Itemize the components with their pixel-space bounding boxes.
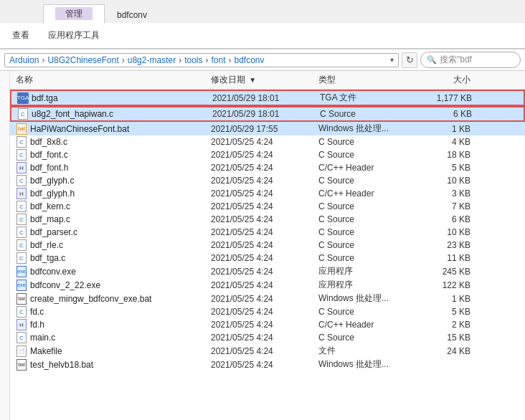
file-name-cell: C bdf_font.c xyxy=(10,149,211,161)
table-row[interactable]: C fd.c 2021/05/25 4:24 C Source 5 KB xyxy=(10,305,525,318)
table-row[interactable]: H fd.h 2021/05/25 4:24 C/C++ Header 2 KB xyxy=(10,318,525,331)
table-row[interactable]: 📄 Makefile 2021/05/25 4:24 文件 24 KB xyxy=(10,344,525,358)
file-type: C Source xyxy=(320,109,420,119)
file-icon: C xyxy=(16,332,27,343)
file-name-cell: bat HaPiWanChineseFont.bat xyxy=(10,123,211,135)
file-date: 2021/05/29 18:01 xyxy=(212,93,320,103)
file-size: 1 KB xyxy=(419,294,476,304)
path-bdfconv[interactable]: bdfconv xyxy=(235,55,265,65)
file-date: 2021/05/25 4:24 xyxy=(211,360,318,370)
table-row[interactable]: C main.c 2021/05/25 4:24 C Source 15 KB xyxy=(10,331,525,344)
file-size: 1,177 KB xyxy=(420,93,478,103)
address-bar: Arduion › U8G2ChineseFont › u8g2-master … xyxy=(0,49,525,71)
tab-manage[interactable]: 管理 xyxy=(43,4,105,24)
file-icon: C xyxy=(16,214,27,225)
file-name-cell: C bdf_kern.c xyxy=(10,201,211,212)
table-row[interactable]: C bdf_8x8.c 2021/05/25 4:24 C Source 4 K… xyxy=(10,135,525,148)
file-name-cell: H fd.h xyxy=(10,319,211,330)
main-area: 名称 修改日期 ▼ 类型 大小 TGA bdf.tga 2021/05/29 1… xyxy=(0,71,525,420)
file-name: u8g2_font_hapiwan.c xyxy=(32,109,113,119)
file-type: C Source xyxy=(318,137,419,147)
file-date: 2021/05/25 4:24 xyxy=(211,346,318,356)
file-icon: C xyxy=(16,136,27,148)
file-date: 2021/05/25 4:24 xyxy=(211,188,318,199)
file-icon: TGA xyxy=(17,92,29,104)
file-size: 245 KB xyxy=(419,267,476,277)
file-name-cell: exe bdfconv.exe xyxy=(10,266,211,277)
file-size: 11 KB xyxy=(419,253,476,263)
path-u8g2[interactable]: U8G2ChineseFont xyxy=(47,55,118,65)
table-row[interactable]: C bdf_tga.c 2021/05/25 4:24 C Source 11 … xyxy=(10,252,525,264)
file-date: 2021/05/25 4:24 xyxy=(211,214,318,224)
file-icon: C xyxy=(16,239,27,251)
apptool-btn[interactable]: 应用程序工具 xyxy=(42,27,106,44)
file-size: 5 KB xyxy=(419,307,476,317)
col-header-type[interactable]: 类型 xyxy=(318,74,419,86)
file-name-cell: C fd.c xyxy=(10,306,211,318)
file-name: create_mingw_bdfconv_exe.bat xyxy=(30,294,151,304)
file-name-cell: H bdf_glyph.h xyxy=(10,188,211,199)
file-name: HaPiWanChineseFont.bat xyxy=(30,124,129,134)
file-icon: bat xyxy=(16,359,27,371)
file-date: 2021/05/25 4:24 xyxy=(211,333,318,343)
file-name: bdf_glyph.c xyxy=(30,176,74,186)
table-row[interactable]: C bdf_font.c 2021/05/25 4:24 C Source 18… xyxy=(10,148,525,161)
file-type: Windows 批处理... xyxy=(318,292,419,305)
file-size: 3 KB xyxy=(419,188,476,199)
path-font[interactable]: font xyxy=(212,55,226,65)
file-type: Windows 批处理... xyxy=(318,123,419,135)
search-box[interactable]: 🔍 搜索"bdf xyxy=(420,52,521,68)
table-row[interactable]: C bdf_parser.c 2021/05/25 4:24 C Source … xyxy=(10,226,525,239)
file-name: bdf_map.c xyxy=(30,214,70,224)
path-arduion[interactable]: Arduion xyxy=(9,55,39,65)
table-row[interactable]: C bdf_glyph.c 2021/05/25 4:24 C Source 1… xyxy=(10,174,525,187)
file-date: 2021/05/25 4:24 xyxy=(211,201,318,211)
file-name: main.c xyxy=(30,333,55,343)
view-btn[interactable]: 查看 xyxy=(6,27,36,44)
table-row[interactable]: H bdf_font.h 2021/05/25 4:24 C/C++ Heade… xyxy=(10,161,525,174)
file-type: Windows 批处理... xyxy=(318,358,419,371)
file-date: 2021/05/25 4:24 xyxy=(211,150,318,160)
path-tools[interactable]: tools xyxy=(184,55,202,65)
table-row[interactable]: exe bdfconv.exe 2021/05/25 4:24 应用程序 245… xyxy=(10,264,525,278)
file-icon: C xyxy=(17,108,29,120)
col-header-size[interactable]: 大小 xyxy=(419,74,476,86)
file-icon: H xyxy=(16,319,27,330)
file-name-cell: H bdf_font.h xyxy=(10,162,211,173)
table-row[interactable]: H bdf_glyph.h 2021/05/25 4:24 C/C++ Head… xyxy=(10,187,525,200)
refresh-button[interactable]: ↻ xyxy=(402,52,417,68)
file-date: 2021/05/29 18:01 xyxy=(212,109,320,119)
table-row[interactable]: C bdf_kern.c 2021/05/25 4:24 C Source 7 … xyxy=(10,200,525,213)
file-type: C/C++ Header xyxy=(318,320,419,330)
ribbon: 管理 bdfconv 查看 应用程序工具 xyxy=(0,0,525,49)
address-path[interactable]: Arduion › U8G2ChineseFont › u8g2-master … xyxy=(4,53,399,67)
table-row[interactable]: C bdf_map.c 2021/05/25 4:24 C Source 6 K… xyxy=(10,213,525,226)
file-icon: bat xyxy=(16,293,27,305)
file-icon: C xyxy=(16,226,27,238)
file-date: 2021/05/25 4:24 xyxy=(211,137,318,147)
file-size: 122 KB xyxy=(419,280,476,290)
dropdown-arrow-icon: ▾ xyxy=(390,56,394,64)
file-name: bdf_kern.c xyxy=(30,201,70,211)
table-row[interactable]: C u8g2_font_hapiwan.c 2021/05/29 18:01 C… xyxy=(10,106,525,122)
file-size: 2 KB xyxy=(419,320,476,330)
file-type: C Source xyxy=(318,240,419,250)
file-size: 18 KB xyxy=(419,150,476,160)
col-header-date[interactable]: 修改日期 ▼ xyxy=(211,74,318,86)
table-row[interactable]: exe bdfconv_2_22.exe 2021/05/25 4:24 应用程… xyxy=(10,278,525,292)
table-row[interactable]: TGA bdf.tga 2021/05/29 18:01 TGA 文件 1,17… xyxy=(10,90,525,106)
table-row[interactable]: bat test_helvb18.bat 2021/05/25 4:24 Win… xyxy=(10,358,525,371)
file-icon: C xyxy=(16,252,27,264)
file-list[interactable]: 名称 修改日期 ▼ 类型 大小 TGA bdf.tga 2021/05/29 1… xyxy=(10,71,525,420)
path-u8g2master[interactable]: u8g2-master xyxy=(128,55,176,65)
file-name-cell: C bdf_map.c xyxy=(10,214,211,225)
table-row[interactable]: bat HaPiWanChineseFont.bat 2021/05/29 17… xyxy=(10,122,525,135)
file-date: 2021/05/25 4:24 xyxy=(211,267,318,277)
file-name: bdfconv.exe xyxy=(30,267,76,277)
table-row[interactable]: C bdf_rle.c 2021/05/25 4:24 C Source 23 … xyxy=(10,239,525,252)
col-header-name[interactable]: 名称 xyxy=(10,74,211,86)
table-row[interactable]: bat create_mingw_bdfconv_exe.bat 2021/05… xyxy=(10,292,525,305)
file-icon: 📄 xyxy=(16,345,27,357)
file-name-cell: 📄 Makefile xyxy=(10,345,211,357)
sidebar xyxy=(0,71,10,420)
